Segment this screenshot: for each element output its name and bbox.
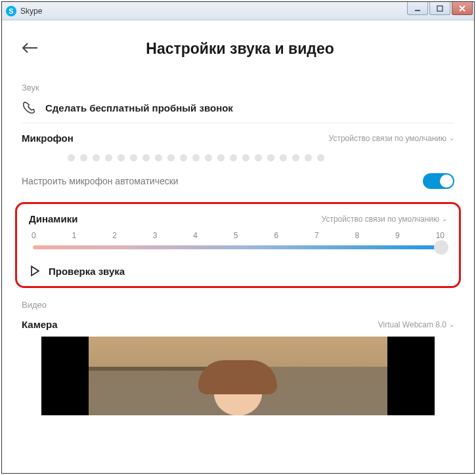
camera-heading-row: Камера Virtual Webcam 8.0 ⌄	[22, 319, 454, 330]
chevron-down-icon: ⌄	[449, 134, 454, 142]
microphone-device-select[interactable]: Устройство связи по умолчанию ⌄	[329, 134, 454, 143]
page-title: Настройки звука и видео	[78, 40, 402, 58]
test-audio-label: Проверка звука	[49, 266, 125, 277]
sound-section-label: Звук	[22, 83, 454, 93]
test-audio-row[interactable]: Проверка звука	[29, 265, 447, 277]
microphone-heading-row: Микрофон Устройство связи по умолчанию ⌄	[22, 133, 454, 144]
slider-track[interactable]	[33, 245, 443, 249]
window-controls	[406, 2, 473, 15]
microphone-device-label: Устройство связи по умолчанию	[329, 134, 446, 143]
camera-preview-image	[89, 337, 387, 415]
camera-device-label: Virtual Webcam 8.0	[378, 320, 446, 329]
camera-heading: Камера	[22, 319, 58, 330]
speakers-device-label: Устройство связи по умолчанию	[322, 215, 439, 224]
auto-microphone-toggle[interactable]	[423, 173, 454, 189]
close-button[interactable]	[452, 2, 473, 15]
play-icon	[29, 265, 41, 277]
microphone-level-meter	[68, 144, 454, 168]
microphone-heading: Микрофон	[22, 133, 74, 144]
auto-microphone-label: Настроить микрофон автоматически	[22, 176, 179, 186]
window-title: Skype	[20, 7, 42, 16]
settings-content: Настройки звука и видео Звук Сделать бес…	[2, 20, 474, 473]
speakers-heading: Динамики	[29, 213, 77, 224]
svg-marker-5	[32, 266, 39, 276]
test-call-row[interactable]: Сделать бесплатный пробный звонок	[22, 93, 454, 123]
video-section-label: Видео	[22, 300, 454, 310]
camera-device-select[interactable]: Virtual Webcam 8.0 ⌄	[378, 320, 454, 329]
phone-icon	[22, 100, 36, 115]
svg-rect-1	[437, 6, 443, 11]
slider-thumb[interactable]	[434, 240, 448, 255]
speakers-device-select[interactable]: Устройство связи по умолчанию ⌄	[322, 215, 447, 224]
title-bar: S Skype	[2, 2, 474, 20]
minimize-button[interactable]	[407, 2, 428, 15]
test-call-label: Сделать бесплатный пробный звонок	[45, 102, 233, 114]
chevron-down-icon: ⌄	[442, 215, 447, 222]
back-arrow-icon[interactable]	[22, 41, 39, 58]
auto-microphone-row: Настроить микрофон автоматически	[22, 168, 454, 198]
svg-rect-0	[415, 10, 420, 11]
speakers-heading-row: Динамики Устройство связи по умолчанию ⌄	[29, 213, 447, 224]
camera-preview	[41, 337, 435, 415]
chevron-down-icon: ⌄	[449, 321, 454, 328]
slider-ticks: 0 1 2 3 4 5 6 7 8 9 10	[29, 231, 447, 240]
maximize-button[interactable]	[429, 2, 450, 15]
skype-logo-icon: S	[6, 6, 16, 16]
speakers-section-highlight: Динамики Устройство связи по умолчанию ⌄…	[15, 202, 461, 288]
speakers-volume-slider[interactable]: 0 1 2 3 4 5 6 7 8 9 10	[29, 231, 447, 249]
